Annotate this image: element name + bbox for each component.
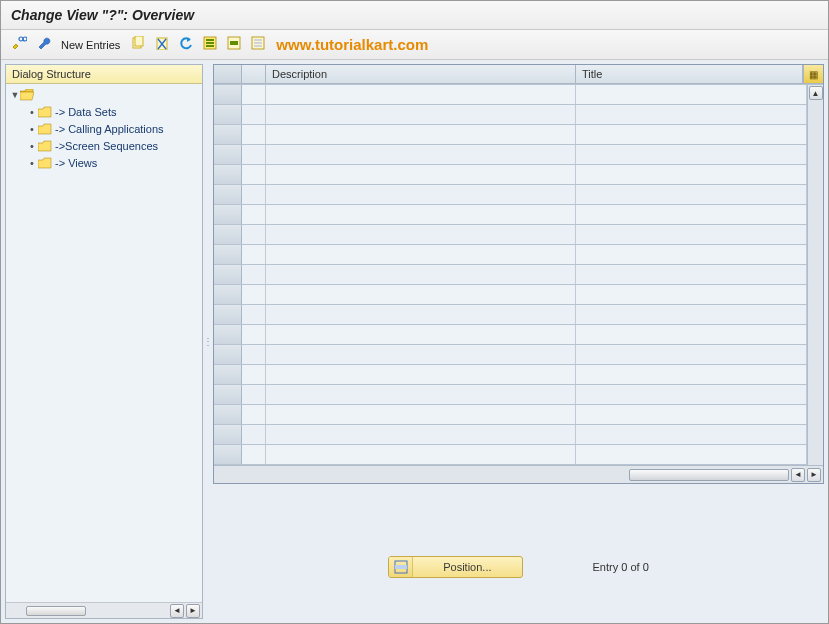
cell-blank[interactable] [242,445,266,464]
cell-blank[interactable] [242,105,266,124]
select-all-rows-button[interactable] [214,65,242,84]
cell-blank[interactable] [242,225,266,244]
scroll-left-icon[interactable]: ◄ [170,604,184,618]
row-selector[interactable] [214,265,242,284]
cell-blank[interactable] [242,145,266,164]
row-selector[interactable] [214,405,242,424]
grid-hscrollbar[interactable]: ◄ ► [214,465,823,483]
cell-title[interactable] [576,425,807,444]
table-row[interactable] [214,105,807,125]
row-selector[interactable] [214,305,242,324]
row-selector[interactable] [214,105,242,124]
tree-node-data-sets[interactable]: • -> Data Sets [6,103,202,120]
cell-blank[interactable] [242,365,266,384]
deselect-all-button[interactable] [248,35,268,55]
find-button[interactable] [33,35,53,55]
table-row[interactable] [214,345,807,365]
tree-node-views[interactable]: • -> Views [6,154,202,171]
cell-description[interactable] [266,385,576,404]
cell-description[interactable] [266,305,576,324]
cell-title[interactable] [576,125,807,144]
scroll-left-icon[interactable]: ◄ [791,468,805,482]
cell-description[interactable] [266,185,576,204]
row-selector[interactable] [214,385,242,404]
table-row[interactable] [214,205,807,225]
cell-description[interactable] [266,85,576,104]
cell-title[interactable] [576,85,807,104]
cell-title[interactable] [576,105,807,124]
cell-title[interactable] [576,185,807,204]
cell-blank[interactable] [242,265,266,284]
cell-description[interactable] [266,105,576,124]
tree-node-calling-applications[interactable]: • -> Calling Applications [6,120,202,137]
tree-node-screen-sequences[interactable]: • ->Screen Sequences [6,137,202,154]
cell-description[interactable] [266,225,576,244]
row-selector[interactable] [214,245,242,264]
select-block-button[interactable] [224,35,244,55]
configure-columns-button[interactable]: ▦ [803,65,823,84]
position-button[interactable]: Position... [388,556,522,578]
cell-blank[interactable] [242,405,266,424]
table-row[interactable] [214,265,807,285]
cell-description[interactable] [266,365,576,384]
cell-blank[interactable] [242,205,266,224]
table-row[interactable] [214,405,807,425]
cell-blank[interactable] [242,385,266,404]
scrollbar-track[interactable] [244,469,789,481]
cell-description[interactable] [266,425,576,444]
row-selector[interactable] [214,205,242,224]
cell-blank[interactable] [242,425,266,444]
row-selector[interactable] [214,285,242,304]
cell-title[interactable] [576,165,807,184]
table-row[interactable] [214,225,807,245]
cell-blank[interactable] [242,185,266,204]
cell-title[interactable] [576,285,807,304]
scrollbar-thumb[interactable] [26,606,86,616]
table-row[interactable] [214,305,807,325]
cell-blank[interactable] [242,345,266,364]
cell-description[interactable] [266,125,576,144]
cell-title[interactable] [576,245,807,264]
table-row[interactable] [214,425,807,445]
row-selector[interactable] [214,85,242,104]
new-entries-button[interactable]: New Entries [57,39,124,51]
collapse-icon[interactable]: ▼ [10,90,20,100]
toggle-display-change-button[interactable] [9,35,29,55]
cell-blank[interactable] [242,305,266,324]
row-selector[interactable] [214,125,242,144]
table-row[interactable] [214,165,807,185]
cell-description[interactable] [266,205,576,224]
row-selector[interactable] [214,165,242,184]
scrollbar-thumb[interactable] [629,469,789,481]
column-header-description[interactable]: Description [266,65,576,84]
tree-hscrollbar[interactable]: ◄ ► [6,602,202,618]
row-selector[interactable] [214,425,242,444]
cell-title[interactable] [576,345,807,364]
cell-title[interactable] [576,305,807,324]
row-selector[interactable] [214,185,242,204]
copy-as-button[interactable] [128,35,148,55]
cell-title[interactable] [576,265,807,284]
cell-blank[interactable] [242,85,266,104]
cell-description[interactable] [266,245,576,264]
row-selector[interactable] [214,345,242,364]
row-selector[interactable] [214,445,242,464]
cell-title[interactable] [576,405,807,424]
table-row[interactable] [214,245,807,265]
cell-description[interactable] [266,165,576,184]
table-row[interactable] [214,445,807,465]
cell-title[interactable] [576,385,807,404]
cell-blank[interactable] [242,285,266,304]
undo-change-button[interactable] [176,35,196,55]
cell-description[interactable] [266,325,576,344]
cell-title[interactable] [576,225,807,244]
table-row[interactable] [214,385,807,405]
column-header-title[interactable]: Title [576,65,803,84]
table-row[interactable] [214,145,807,165]
cell-description[interactable] [266,445,576,464]
cell-title[interactable] [576,145,807,164]
cell-blank[interactable] [242,165,266,184]
row-selector[interactable] [214,145,242,164]
row-selector[interactable] [214,225,242,244]
table-row[interactable] [214,185,807,205]
